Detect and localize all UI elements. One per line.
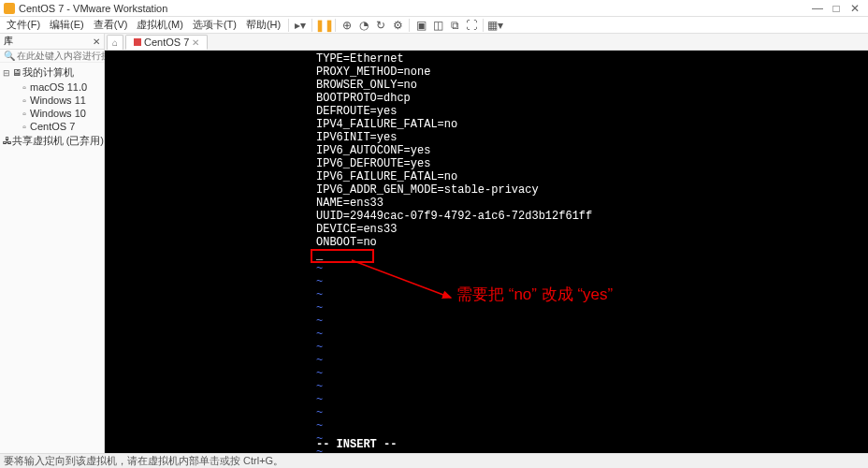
app-icon bbox=[4, 3, 15, 14]
terminal-line: BOOTPROTO=dhcp bbox=[316, 92, 411, 105]
tree-root-my-computer[interactable]: ⊟ 🖥 我的计算机 bbox=[2, 65, 104, 80]
vi-tilde: ~ bbox=[316, 328, 323, 341]
stretch-icon[interactable]: ⛶ bbox=[463, 19, 480, 32]
vi-tilde: ~ bbox=[316, 341, 323, 354]
terminal-line: IPV6_DEFROUTE=yes bbox=[316, 157, 430, 170]
vi-tilde: ~ bbox=[316, 288, 323, 301]
sidebar-title: 库 bbox=[2, 35, 15, 48]
vm-icon: ▫ bbox=[19, 95, 30, 106]
svg-line-0 bbox=[352, 260, 451, 298]
vi-tilde: ~ bbox=[316, 393, 323, 406]
menubar: 文件(F) 编辑(E) 查看(V) 虚拟机(M) 选项卡(T) 帮助(H) ▸▾… bbox=[0, 17, 868, 34]
vi-tilde: ~ bbox=[316, 275, 323, 288]
toolbar-divider bbox=[409, 19, 410, 32]
console-icon[interactable]: ⧉ bbox=[446, 19, 463, 32]
settings-icon[interactable]: ⚙ bbox=[389, 19, 406, 32]
thumbnail-icon[interactable]: ▦▾ bbox=[486, 19, 503, 32]
status-text: 要将输入定向到该虚拟机，请在虚拟机内部单击或按 Ctrl+G。 bbox=[4, 454, 283, 468]
terminal-line: ONBOOT=no bbox=[316, 236, 377, 249]
snapshot-manager-icon[interactable]: ◔ bbox=[355, 19, 372, 32]
vi-tilde: ~ bbox=[316, 419, 323, 432]
terminal-line: IPV6_ADDR_GEN_MODE=stable-privacy bbox=[316, 183, 539, 197]
tree-label: 我的计算机 bbox=[22, 66, 74, 80]
search-icon: 🔍 bbox=[2, 51, 17, 61]
shared-icon: 🖧 bbox=[3, 136, 12, 146]
vi-tilde: ~ bbox=[316, 314, 323, 328]
unity-icon[interactable]: ◫ bbox=[429, 19, 446, 32]
menu-view[interactable]: 查看(V) bbox=[89, 18, 133, 32]
tree-label: CentOS 7 bbox=[30, 121, 75, 132]
collapse-icon[interactable]: ⊟ bbox=[2, 68, 11, 78]
menu-tabs[interactable]: 选项卡(T) bbox=[188, 18, 241, 32]
close-button[interactable]: ✕ bbox=[846, 2, 864, 15]
maximize-button[interactable]: □ bbox=[827, 2, 846, 15]
terminal-line: IPV6_FAILURE_FATAL=no bbox=[316, 170, 457, 183]
vm-tree: ⊟ 🖥 我的计算机 ▫ macOS 11.0 ▫ Windows 11 ▫ Wi… bbox=[0, 63, 104, 151]
tab-centos7[interactable]: CentOS 7 ✕ bbox=[125, 35, 208, 50]
tree-label: Windows 10 bbox=[30, 108, 86, 119]
toolbar-divider bbox=[311, 19, 312, 32]
snapshot-icon[interactable]: ⊕ bbox=[339, 19, 355, 32]
window-title: CentOS 7 - VMware Workstation bbox=[19, 3, 808, 14]
menu-vm[interactable]: 虚拟机(M) bbox=[132, 18, 188, 32]
tab-label: CentOS 7 bbox=[144, 36, 189, 50]
vi-tilde: ~ bbox=[316, 446, 323, 453]
minimize-button[interactable]: — bbox=[808, 2, 827, 15]
tree-shared-vms[interactable]: 🖧 共享虚拟机 (已弃用) bbox=[2, 133, 104, 149]
terminal-line: BROWSER_ONLY=no bbox=[316, 79, 417, 92]
home-tab[interactable]: ⌂ bbox=[107, 35, 123, 50]
terminal-line: IPV4_FAILURE_FATAL=no bbox=[316, 118, 457, 131]
vi-tilde: ~ bbox=[316, 262, 323, 275]
vi-tilde: ~ bbox=[316, 406, 323, 419]
vm-icon: ▫ bbox=[19, 109, 30, 119]
vi-mode-line: -- INSERT -- bbox=[316, 438, 397, 451]
terminal[interactable]: 需要把 “no” 改成 “yes” -- INSERT -- TYPE=Ethe… bbox=[105, 51, 868, 453]
computer-icon: 🖥 bbox=[11, 67, 22, 78]
vi-tilde: ~ bbox=[316, 367, 323, 380]
toolbar-divider bbox=[335, 19, 336, 32]
vi-tilde: ~ bbox=[316, 432, 323, 446]
vm-status-icon bbox=[134, 38, 141, 46]
menu-help[interactable]: 帮助(H) bbox=[241, 18, 285, 32]
terminal-line: DEVICE=ens33 bbox=[316, 223, 397, 236]
terminal-line: IPV6INIT=yes bbox=[316, 131, 397, 144]
menu-edit[interactable]: 编辑(E) bbox=[45, 18, 89, 32]
annotation-arrow bbox=[346, 255, 458, 305]
tree-item-macos[interactable]: ▫ macOS 11.0 bbox=[2, 80, 104, 94]
vi-tilde: ~ bbox=[316, 354, 323, 367]
terminal-line: UUID=29449cac-07f9-4792-a1c6-72d3b12f61f… bbox=[316, 210, 592, 223]
titlebar: CentOS 7 - VMware Workstation — □ ✕ bbox=[0, 0, 868, 17]
terminal-line: PROXY_METHOD=none bbox=[316, 66, 430, 79]
menu-file[interactable]: 文件(F) bbox=[2, 18, 45, 32]
vm-icon: ▫ bbox=[19, 122, 30, 132]
toolbar-divider bbox=[483, 19, 484, 32]
vi-tilde: ~ bbox=[316, 380, 323, 393]
terminal-line: IPV6_AUTOCONF=yes bbox=[316, 144, 430, 157]
vi-tilde: ~ bbox=[316, 301, 323, 314]
sidebar: 库 ✕ 🔍 ▾ ⊟ 🖥 我的计算机 ▫ macOS 11.0 ▫ Windows… bbox=[0, 34, 105, 453]
tree-label: macOS 11.0 bbox=[30, 81, 87, 93]
statusbar: 要将输入定向到该虚拟机，请在虚拟机内部单击或按 Ctrl+G。 bbox=[0, 453, 868, 468]
fullscreen-icon[interactable]: ▣ bbox=[412, 19, 429, 32]
tabstrip: ⌂ CentOS 7 ✕ bbox=[105, 34, 868, 51]
terminal-line: NAME=ens33 bbox=[316, 197, 383, 210]
tree-item-centos7[interactable]: ▫ CentOS 7 bbox=[2, 120, 104, 133]
terminal-cursor: _ bbox=[316, 249, 323, 262]
tree-label: 共享虚拟机 (已弃用) bbox=[12, 134, 104, 148]
revert-icon[interactable]: ↻ bbox=[372, 19, 389, 32]
play-dropdown-icon[interactable]: ▸▾ bbox=[292, 19, 309, 32]
tree-item-win10[interactable]: ▫ Windows 10 bbox=[2, 107, 104, 120]
terminal-line: TYPE=Ethernet bbox=[316, 52, 404, 66]
vm-icon: ▫ bbox=[19, 82, 30, 93]
tab-close-icon[interactable]: ✕ bbox=[192, 36, 199, 50]
tree-label: Windows 11 bbox=[30, 95, 86, 106]
pause-icon[interactable]: ❚❚ bbox=[315, 19, 332, 32]
annotation-text: 需要把 “no” 改成 “yes” bbox=[456, 288, 613, 301]
tree-item-win11[interactable]: ▫ Windows 11 bbox=[2, 94, 104, 107]
terminal-line: DEFROUTE=yes bbox=[316, 105, 397, 118]
toolbar-divider bbox=[288, 19, 289, 32]
sidebar-close-icon[interactable]: ✕ bbox=[91, 37, 102, 47]
